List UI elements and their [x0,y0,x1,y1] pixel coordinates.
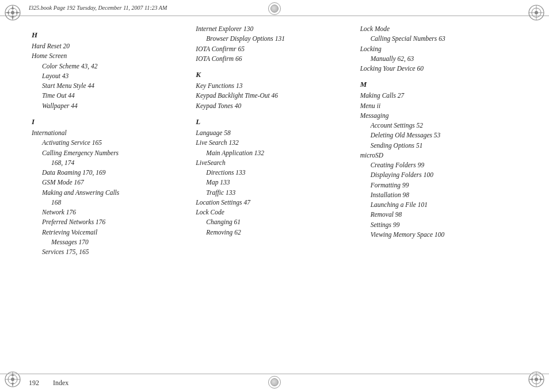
index-entry-l3: Messages 170 [32,237,189,247]
index-entry-l1: LiveSearch [196,158,353,168]
index-entry-l2: Browser Display Options 131 [196,34,353,44]
index-entry-l2: Network 176 [32,207,189,217]
index-entry-l2: Making and Answering Calls [32,188,189,198]
letter-heading: L [196,117,353,127]
index-entry-l3: 168 [32,198,189,207]
index-entry-l1: Locking Your Device 60 [360,64,517,74]
index-entry-l2: Color Scheme 43, 42 [32,62,189,71]
svg-marker-6 [12,16,14,20]
index-entry-l2: Removing 62 [196,228,353,237]
svg-marker-8 [16,11,20,14]
corner-decoration-tr [527,3,546,22]
column-1: HHard Reset 20Home ScreenColor Scheme 43… [32,18,196,371]
index-entry-l2: Settings 99 [360,220,517,230]
index-entry-l1: Live Search 132 [196,138,353,148]
index-entry-l2: Wallpaper 44 [32,101,189,111]
index-entry-l1: Hard Reset 20 [32,41,189,51]
index-entry-l1: International [32,128,189,138]
footer-label: Index [53,379,68,387]
letter-heading: H [32,30,189,40]
index-entry-l2: Removal 98 [360,210,517,220]
index-entry-l2: Layout 43 [32,71,189,81]
column-3: Lock ModeCalling Special Numbers 63Locki… [360,18,517,371]
top-center-ornament [268,2,281,15]
bottom-center-ornament [268,376,281,389]
index-entry-l2: Sending Options 51 [360,141,517,151]
index-entry-l2: Creating Folders 99 [360,160,517,170]
index-entry-l2: Calling Special Numbers 63 [360,34,517,44]
header-text: I325.book Page 192 Tuesday, December 11,… [29,5,167,11]
corner-decoration-tl [3,3,22,22]
index-entry-l2: Main Application 132 [196,148,353,158]
index-entry-l2: Manually 62, 63 [360,54,517,64]
index-entry-l2: Account Settings 52 [360,121,517,130]
index-entry-l1: IOTA Confirm 66 [196,54,353,64]
index-entry-l2: Changing 61 [196,217,353,227]
index-entry-l1: Language 58 [196,128,353,138]
index-entry-l1: Menu ii [360,101,517,111]
index-entry-l1: Keypad Tones 40 [196,101,353,111]
index-entry-l2: GSM Mode 167 [32,178,189,187]
index-entry-l1: Locking [360,44,517,54]
index-entry-l2: Map 133 [196,178,353,187]
index-entry-l1: Keypad Backlight Time-Out 46 [196,91,353,101]
index-entry-l2: Viewing Memory Space 100 [360,230,517,240]
svg-marker-5 [12,6,14,9]
index-entry-l2: Displaying Folders 100 [360,170,517,180]
index-entry-l1: Lock Mode [360,24,517,34]
svg-marker-7 [6,11,9,14]
index-entry-l2: Activating Service 165 [32,138,189,148]
index-entry-l1: Messaging [360,111,517,121]
letter-heading: M [360,79,517,90]
index-entry-l2: Services 175, 165 [32,247,189,257]
index-entry-l1: Making Calls 27 [360,91,517,101]
index-entry-l1: Key Functions 13 [196,81,353,91]
letter-heading: K [196,70,353,80]
index-entry-l2: Calling Emergency Numbers [32,148,189,158]
index-entry-l2: Data Roaming 170, 169 [32,168,189,178]
letter-heading: I [32,117,189,127]
index-entry-l1: Home Screen [32,51,189,61]
index-entry-l1: Lock Code [196,207,353,217]
index-entry-l2: Launching a File 101 [360,200,517,210]
index-entry-l1: Location Settings 47 [196,198,353,207]
index-entry-l1: Internet Explorer 130 [196,24,353,34]
index-entry-l1: IOTA Confirmr 65 [196,44,353,54]
page-number: 192 [29,379,39,387]
index-entry-l2: Directions 133 [196,168,353,178]
index-entry-l2: Retrieving Voicemail [32,228,189,237]
index-entry-l2: Traffic 133 [196,188,353,198]
index-entry-l2: Start Menu Style 44 [32,81,189,91]
index-entry-l3: 168, 174 [32,158,189,168]
index-entry-l2: Installation 98 [360,190,517,200]
index-entry-l2: Time Out 44 [32,91,189,101]
main-content: HHard Reset 20Home ScreenColor Scheme 43… [32,18,517,371]
index-entry-l2: Preferred Networks 176 [32,217,189,227]
index-entry-l2: Deleting Old Messages 53 [360,130,517,140]
index-entry-l2: Formatting 99 [360,180,517,190]
column-2: Internet Explorer 130Browser Display Opt… [196,18,360,371]
index-entry-l1: microSD [360,151,517,160]
